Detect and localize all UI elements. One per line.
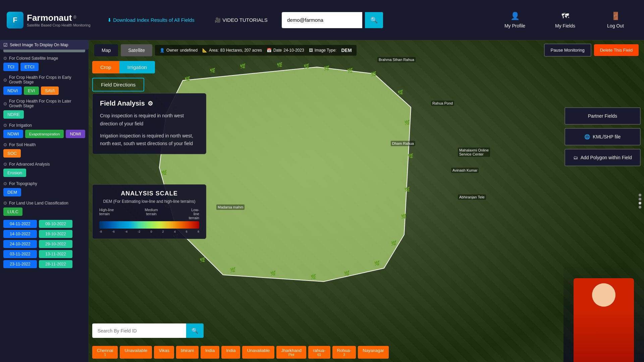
- date-btn-19-10-2022[interactable]: 19-10-2022: [39, 230, 72, 238]
- svg-text:🌿: 🌿: [161, 170, 167, 176]
- etci-button[interactable]: ETCI: [20, 63, 39, 71]
- svg-text:🌿: 🌿: [344, 270, 350, 276]
- polygon-icon: 🗂: [573, 155, 578, 160]
- map-type-map-button[interactable]: Map: [94, 44, 118, 56]
- svg-text:🌿: 🌿: [404, 187, 410, 192]
- erosion-button[interactable]: Erosion: [3, 169, 26, 177]
- tci-button[interactable]: TCI: [3, 63, 18, 71]
- svg-text:🌿: 🌿: [230, 267, 236, 273]
- scale-num--2: -2: [138, 230, 140, 233]
- sidebar-section-crop-later: ⊙ For Crop Health For Crops in Later Gro…: [3, 99, 85, 119]
- date-btn-29-10-2022[interactable]: 29-10-2022: [39, 240, 72, 248]
- field-tag-vikas[interactable]: Vikas: [154, 346, 174, 359]
- field-tag-nayanagar[interactable]: Nayanagar: [358, 346, 389, 359]
- my-profile-button[interactable]: 👤 My Profile: [493, 8, 537, 32]
- date-btn-24-10-2022[interactable]: 24-10-2022: [3, 240, 37, 248]
- right-action-buttons: Partner Fields 🌐 KML/SHP file 🗂 Add Poly…: [565, 107, 641, 166]
- field-tag-india-1[interactable]: India: [201, 346, 219, 359]
- logo-text: Farmonaut ® Satellite Based Crop Health …: [27, 13, 91, 27]
- date-btn-28-11-2022[interactable]: 28-11-2022: [39, 260, 72, 268]
- crop-button[interactable]: Crop: [92, 61, 119, 73]
- scroll-indicator: [639, 194, 641, 208]
- evapotranspiration-button[interactable]: Evapotranspiration: [25, 130, 64, 138]
- ndre-button[interactable]: NDRE: [3, 110, 24, 119]
- search-field-id-button[interactable]: 🔍: [186, 323, 204, 338]
- date-btn-14-10-2022[interactable]: 14-10-2022: [3, 230, 37, 238]
- radio-icon-soil: ⊙: [3, 142, 7, 147]
- svg-text:🌿: 🌿: [404, 120, 410, 125]
- image-type-icon: 🖼: [309, 48, 313, 53]
- radio-icon-topo: ⊙: [3, 181, 7, 186]
- svg-text:🌿: 🌿: [310, 274, 316, 280]
- sidebar-section-colored-satellite: ⊙ For Colored Satellite Image TCI ETCI: [3, 56, 85, 71]
- topbar: F Farmonaut ® Satellite Based Crop Healt…: [0, 0, 644, 40]
- user-search-input[interactable]: [282, 12, 362, 28]
- checkbox-icon: ☑: [3, 42, 8, 48]
- scale-num--4: -4: [125, 230, 127, 233]
- section-label-land: For Land Use Land Classification: [9, 201, 68, 205]
- date-btn-04-11-2022[interactable]: 04-11-2022: [3, 220, 37, 228]
- svg-text:🌿: 🌿: [397, 89, 404, 95]
- sidebar-section-advanced: ⊙ For Advanced Analysis Erosion: [3, 162, 85, 177]
- profile-label: My Profile: [504, 23, 525, 28]
- date-btn-13-11-2022[interactable]: 13-11-2022: [39, 250, 72, 258]
- field-tag-rahua-61[interactable]: rahua- 61: [308, 346, 330, 359]
- field-tag-unavailable-1[interactable]: Unavailable: [120, 346, 152, 359]
- irrigation-button[interactable]: Irrigation: [119, 61, 155, 73]
- ndwi-button[interactable]: NDWI: [3, 130, 23, 138]
- section-label-irr: For Irrigation: [9, 123, 32, 128]
- map-background[interactable]: 🌿 🌿 🌿 🌿 🌿 🌿 🌿 🌿 🌿 🌿 🌿 🌿 🌿 🌿 🌿 🌿 🌿 🌿 🌿: [89, 40, 644, 362]
- section-label-colored: For Colored Satellite Image: [9, 56, 58, 61]
- evi-button[interactable]: EVI: [24, 86, 39, 95]
- savi-button[interactable]: SAVI: [41, 86, 59, 95]
- high-terrain-label: High-lineterrain: [99, 208, 114, 220]
- section-label-soil: For Soil Health: [9, 142, 36, 147]
- date-btn-09-10-2022[interactable]: 09-10-2022: [39, 220, 72, 228]
- ndvi-button[interactable]: NDVI: [3, 86, 22, 95]
- logout-icon: 🚪: [611, 12, 620, 20]
- scroll-dot-active: [639, 202, 641, 204]
- field-directions-button[interactable]: Field Directions: [92, 78, 144, 92]
- field-analysis-text1: Crop inspection is required in north wes…: [100, 112, 199, 128]
- radio-icon-land: ⊙: [3, 200, 7, 205]
- map-type-satellite-button[interactable]: Satellite: [121, 44, 152, 56]
- svg-text:🌿: 🌿: [391, 240, 397, 246]
- field-analysis-panel: Field Analysis ⚙ Crop inspection is requ…: [92, 93, 206, 154]
- delete-field-button[interactable]: Delete This Field: [594, 44, 639, 56]
- kml-shp-button[interactable]: 🌐 KML/SHP file: [565, 128, 641, 145]
- add-polygon-button[interactable]: 🗂 Add Polygon within Field: [565, 149, 641, 166]
- field-tag-jharkhand[interactable]: Jharkhand Plot: [276, 346, 306, 359]
- ndmi-button[interactable]: NDMI: [66, 130, 85, 138]
- search-field-id-input[interactable]: [92, 323, 186, 338]
- fields-label: My Fields: [555, 23, 575, 28]
- analysis-scale-panel: ANALYSIS SCALE DEM (For Estimating low-l…: [92, 184, 206, 239]
- video-tutorials-button[interactable]: 🎥 VIDEO TUTORIALS: [208, 14, 275, 26]
- section-label-later: For Crop Health For Crops in Later Growt…: [9, 99, 85, 108]
- image-type-value: DEM: [341, 48, 352, 53]
- map-area: 🌿 🌿 🌿 🌿 🌿 🌿 🌿 🌿 🌿 🌿 🌿 🌿 🌿 🌿 🌿 🌿 🌿 🌿 🌿: [89, 40, 644, 362]
- my-fields-button[interactable]: 🗺 My Fields: [543, 8, 587, 32]
- user-search-button[interactable]: 🔍: [365, 12, 383, 28]
- fields-icon: 🗺: [561, 12, 569, 20]
- download-index-button[interactable]: ⬇ Download Index Results of All Fields: [101, 14, 201, 26]
- pause-monitoring-button[interactable]: Pause Monitoring: [544, 44, 591, 57]
- field-tag-india-2[interactable]: India: [221, 346, 240, 359]
- field-tag-bhirani[interactable]: bhirani: [176, 346, 199, 359]
- field-tag-chennai[interactable]: Chennai 1: [92, 346, 118, 359]
- dem-button[interactable]: DEM: [3, 188, 21, 196]
- date-btn-23-11-2022[interactable]: 23-11-2022: [3, 260, 37, 268]
- select-image-banner: ☑ Select Image To Display On Map: [0, 40, 89, 50]
- soc-button[interactable]: SOC: [3, 149, 21, 158]
- field-tag-rohua-3[interactable]: Rohua- 3: [332, 346, 356, 359]
- date-btn-03-11-2022[interactable]: 03-11-2022: [3, 250, 37, 258]
- svg-text:🌿: 🌿: [277, 62, 283, 68]
- partner-fields-button[interactable]: Partner Fields: [565, 107, 641, 125]
- field-tag-unavailable-2[interactable]: Unavailable: [242, 346, 274, 359]
- logout-button[interactable]: 🚪 Log Out: [594, 8, 637, 32]
- section-label-adv: For Advanced Analysis: [9, 162, 50, 167]
- scroll-dot: [639, 198, 641, 200]
- kml-label: KML/SHP file: [593, 134, 621, 139]
- kml-icon: 🌐: [584, 134, 590, 139]
- svg-text:🌿: 🌿: [184, 76, 191, 82]
- lulc-button[interactable]: LULC: [3, 207, 22, 216]
